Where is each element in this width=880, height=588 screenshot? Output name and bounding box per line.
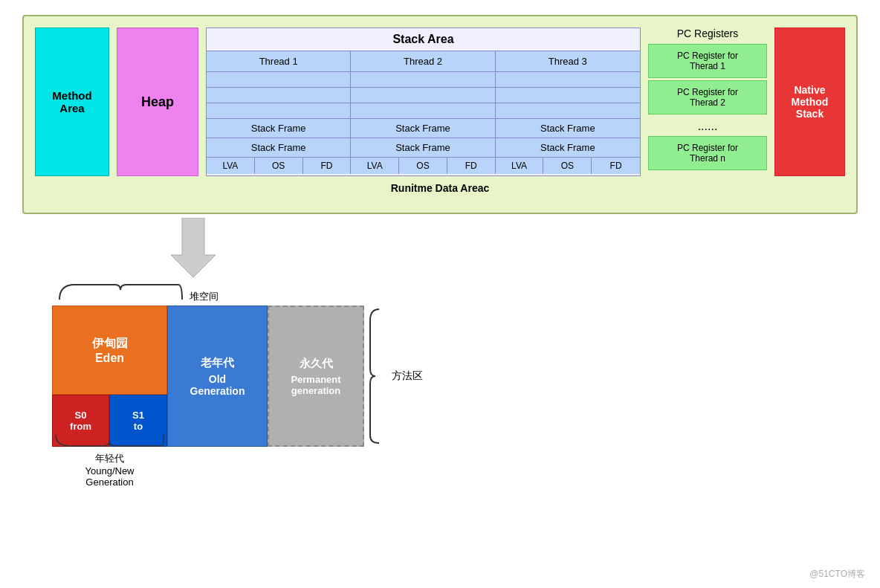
main-container: Method Area Heap Stack Area Thread 1 Thr… bbox=[0, 0, 880, 465]
method-zone-brace-svg bbox=[368, 306, 383, 447]
empty-row-2 bbox=[207, 87, 640, 103]
thread-3: Thread 3 bbox=[496, 51, 640, 71]
young-gen-label-en: Young/New bbox=[52, 465, 167, 476]
empty-cell-7 bbox=[207, 103, 351, 118]
top-row: Method Area Heap Stack Area Thread 1 Thr… bbox=[35, 28, 845, 176]
perm-cn: 永久代 bbox=[300, 357, 333, 371]
native-method-stack-box: Native Method Stack bbox=[774, 28, 845, 176]
stack-frame-2-3: Stack Frame bbox=[496, 138, 640, 157]
empty-cell-8 bbox=[351, 103, 495, 118]
s0-label2: from bbox=[70, 421, 91, 432]
arrow-down-container bbox=[171, 218, 858, 277]
young-gen-label-en2: Generation bbox=[52, 476, 167, 488]
perm-en2: generation bbox=[291, 385, 340, 396]
empty-cell-5 bbox=[351, 88, 495, 103]
pc-registers-section: PC Registers PC Register forTherad 1 PC … bbox=[648, 28, 767, 176]
old-gen-cn: 老年代 bbox=[201, 356, 234, 370]
eden-cn-label: 伊甸园 bbox=[92, 336, 128, 352]
stack-frame-1-1: Stack Frame bbox=[207, 119, 351, 138]
method-zone-label: 方法区 bbox=[392, 369, 423, 383]
heap-box: Heap bbox=[117, 28, 198, 176]
young-generation-area: 伊甸园 Eden S0 from S1 to bbox=[52, 306, 167, 447]
stack-title: Stack Area bbox=[207, 28, 640, 51]
stack-frame-1-2: Stack Frame bbox=[351, 119, 495, 138]
runtime-label: Runitme Data Areac bbox=[35, 182, 845, 194]
lva-1: LVA bbox=[207, 158, 255, 174]
os-2: OS bbox=[399, 158, 447, 174]
s1-label2: to bbox=[134, 421, 143, 432]
s0-label1: S0 bbox=[75, 410, 87, 421]
perm-en1: Permanent bbox=[291, 374, 340, 385]
pc-register-2: PC Register forTherad 2 bbox=[648, 80, 767, 114]
watermark: @51CTO博客 bbox=[809, 568, 865, 581]
empty-cell-2 bbox=[351, 72, 495, 87]
stack-frame-row-1: Stack Frame Stack Frame Stack Frame bbox=[207, 118, 640, 138]
thread-1: Thread 1 bbox=[207, 51, 351, 71]
stack-frame-2-2: Stack Frame bbox=[351, 138, 495, 157]
pc-dots: ...... bbox=[648, 117, 767, 136]
stack-section: Stack Area Thread 1 Thread 2 Thread 3 bbox=[206, 28, 641, 176]
stack-frame-1-3: Stack Frame bbox=[496, 119, 640, 138]
method-zone-area: 方法区 bbox=[368, 306, 423, 447]
svg-marker-0 bbox=[171, 218, 216, 277]
arrow-down-svg bbox=[171, 218, 216, 277]
empty-cell-9 bbox=[496, 103, 640, 118]
pc-register-n: PC Register forTherad n bbox=[648, 136, 767, 170]
old-generation-box: 老年代 Old Generation bbox=[167, 306, 268, 447]
eden-box: 伊甸园 Eden bbox=[52, 306, 167, 395]
empty-cell-3 bbox=[496, 72, 640, 87]
pc-registers-title: PC Registers bbox=[648, 28, 767, 44]
method-area-label: Method Area bbox=[52, 89, 91, 114]
heap-diagram-row: 伊甸园 Eden S0 from S1 to bbox=[52, 306, 858, 447]
young-gen-brace-svg bbox=[52, 433, 167, 448]
heap-space-label: 堆空间 bbox=[190, 290, 219, 303]
threads-row: Thread 1 Thread 2 Thread 3 bbox=[207, 51, 640, 71]
fd-3: FD bbox=[592, 158, 640, 174]
lva-3: LVA bbox=[496, 158, 544, 174]
lva-2: LVA bbox=[351, 158, 399, 174]
fd-1: FD bbox=[303, 158, 352, 174]
stack-frame-row-2: Stack Frame Stack Frame Stack Frame bbox=[207, 138, 640, 157]
os-3: OS bbox=[543, 158, 592, 174]
fd-2: FD bbox=[447, 158, 496, 174]
old-gen-en2: Generation bbox=[190, 385, 245, 397]
heap-space-label-row: 堆空间 bbox=[56, 281, 858, 303]
heap-label: Heap bbox=[141, 94, 174, 110]
method-area-box: Method Area bbox=[35, 28, 109, 176]
heap-space-brace-svg bbox=[56, 281, 186, 303]
empty-row-3 bbox=[207, 103, 640, 118]
pc-register-1: PC Register forTherad 1 bbox=[648, 44, 767, 78]
young-gen-brace-area: 年轻代 Young/New Generation bbox=[52, 433, 167, 488]
heap-space-area: 堆空间 伊甸园 Eden S0 from S1 bbox=[52, 281, 858, 447]
os-1: OS bbox=[255, 158, 303, 174]
native-method-label: Native Method Stack bbox=[792, 84, 829, 120]
empty-cell-1 bbox=[207, 72, 351, 87]
thread-2: Thread 2 bbox=[351, 51, 495, 71]
old-gen-en1: Old bbox=[209, 373, 226, 385]
stack-frame-2-1: Stack Frame bbox=[207, 138, 351, 157]
runtime-area: Method Area Heap Stack Area Thread 1 Thr… bbox=[22, 15, 858, 214]
permanent-generation-box: 永久代 Permanent generation bbox=[268, 306, 364, 447]
empty-row-1 bbox=[207, 71, 640, 87]
eden-en-label: Eden bbox=[95, 352, 124, 365]
young-gen-label-cn: 年轻代 bbox=[52, 452, 167, 465]
empty-cell-4 bbox=[207, 88, 351, 103]
empty-cell-6 bbox=[496, 88, 640, 103]
lva-os-fd-row: LVA OS FD LVA OS FD LVA OS FD bbox=[207, 157, 640, 174]
s1-label1: S1 bbox=[132, 410, 144, 421]
